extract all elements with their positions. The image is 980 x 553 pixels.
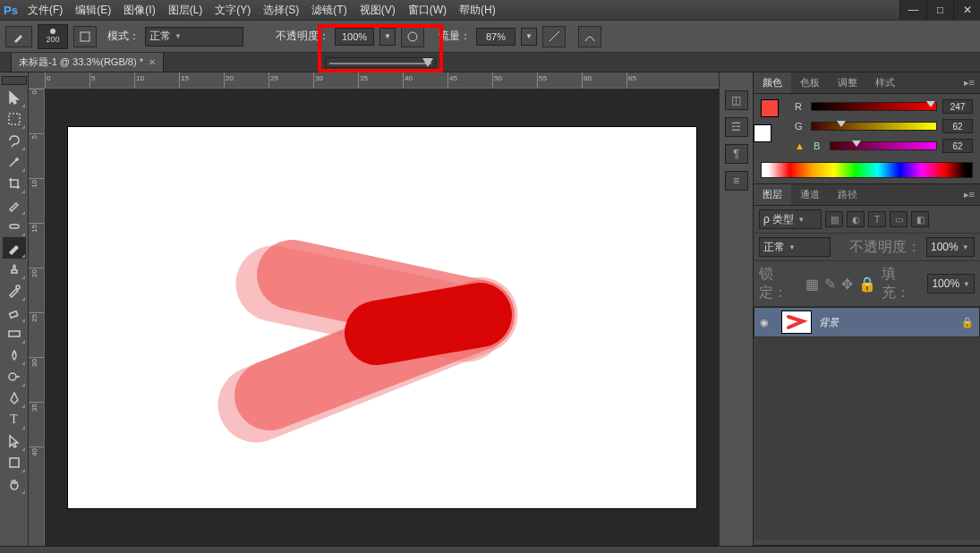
layer-opacity-label: 不透明度： (849, 238, 921, 257)
menu-layer[interactable]: 图层(L) (162, 0, 209, 20)
brush-preset-picker[interactable]: 200 (38, 24, 68, 49)
layer-row[interactable]: ◉ 背景 🔒 (754, 307, 980, 337)
lock-pixels-icon[interactable]: ✎ (824, 276, 836, 293)
eyedropper-tool[interactable] (3, 194, 26, 216)
crop-tool[interactable] (3, 173, 26, 194)
tab-styles[interactable]: 样式 (866, 72, 904, 93)
airbrush-toggle[interactable] (542, 26, 566, 47)
document-tab-bar: 未标题-1 @ 33.3%(RGB/8) * ✕ (0, 53, 980, 72)
dock-icon-paragraph[interactable]: ≡ (725, 171, 748, 191)
tab-paths[interactable]: 路径 (829, 184, 866, 205)
tablet-pressure-toggle[interactable] (578, 26, 601, 47)
type-tool[interactable]: T (3, 409, 26, 430)
move-tool[interactable] (3, 87, 26, 108)
color-spectrum[interactable] (761, 162, 973, 178)
airbrush-icon (548, 30, 560, 43)
menu-window[interactable]: 窗口(W) (402, 0, 453, 20)
lasso-tool[interactable] (3, 130, 26, 151)
magic-wand-tool[interactable] (3, 151, 26, 173)
filter-smart-icon[interactable]: ◧ (911, 211, 929, 227)
pen-tool[interactable] (3, 387, 26, 409)
flow-field[interactable] (476, 28, 516, 46)
layer-lock-icon[interactable]: 🔒 (961, 317, 974, 328)
layer-thumbnail[interactable] (781, 311, 812, 334)
filter-pixel-icon[interactable]: ▧ (825, 211, 843, 227)
tab-color[interactable]: 颜色 (754, 72, 791, 93)
ruler-vertical[interactable]: 0510152025303540 (29, 89, 45, 546)
b-value[interactable] (942, 139, 973, 153)
menu-file[interactable]: 文件(F) (21, 0, 69, 20)
menu-filter[interactable]: 滤镜(T) (305, 0, 353, 20)
opacity-dropdown[interactable]: ▼ (379, 28, 396, 46)
filter-adjust-icon[interactable]: ◐ (847, 211, 865, 227)
stamp-tool[interactable] (3, 259, 26, 280)
menu-view[interactable]: 视图(V) (354, 0, 402, 20)
ruler-horizontal[interactable]: 05101520253035404550556065 (29, 72, 719, 89)
layer-filter-kind[interactable]: ρ 类型▼ (759, 209, 822, 229)
shape-tool[interactable] (3, 452, 26, 473)
filter-shape-icon[interactable]: ▭ (890, 211, 908, 227)
opacity-pressure-toggle[interactable] (401, 26, 424, 47)
g-slider[interactable] (811, 122, 937, 131)
lock-transparent-icon[interactable]: ▦ (805, 276, 819, 293)
document-tab[interactable]: 未标题-1 @ 33.3%(RGB/8) * ✕ (11, 52, 164, 72)
gradient-tool[interactable] (3, 323, 26, 345)
menu-help[interactable]: 帮助(H) (453, 0, 502, 20)
eraser-tool[interactable] (3, 302, 26, 323)
foreground-swatch[interactable] (761, 99, 779, 117)
flow-label: 流量： (439, 29, 471, 44)
healing-tool[interactable] (3, 216, 26, 237)
app-logo: Ps (0, 0, 21, 20)
flow-dropdown[interactable]: ▼ (521, 28, 537, 46)
dodge-tool[interactable] (3, 366, 26, 387)
blur-tool[interactable] (3, 345, 26, 366)
history-brush-tool[interactable] (3, 280, 26, 302)
layer-blend-select[interactable]: 正常▼ (759, 237, 831, 257)
slider-thumb-icon[interactable] (422, 58, 433, 67)
menu-edit[interactable]: 编辑(E) (69, 0, 117, 20)
tab-adjustments[interactable]: 调整 (829, 72, 866, 93)
layers-panel-menu-icon[interactable]: ▸≡ (959, 189, 980, 200)
menu-type[interactable]: 文字(Y) (209, 0, 257, 20)
close-tab-icon[interactable]: ✕ (149, 57, 156, 67)
visibility-icon[interactable]: ◉ (760, 317, 774, 328)
window-minimize[interactable]: — (899, 0, 926, 20)
menu-image[interactable]: 图像(I) (117, 0, 161, 20)
window-close[interactable]: ✕ (953, 0, 980, 20)
document-canvas[interactable] (68, 127, 696, 508)
lock-all-icon[interactable]: 🔒 (858, 276, 876, 293)
layer-opacity-field[interactable]: 100%▼ (926, 237, 975, 257)
tab-channels[interactable]: 通道 (791, 184, 829, 205)
r-slider[interactable] (811, 102, 937, 111)
viewport[interactable] (45, 89, 719, 546)
svg-rect-6 (9, 331, 20, 336)
tab-swatches[interactable]: 色板 (791, 72, 829, 93)
dock-icon-character[interactable]: ¶ (725, 144, 748, 164)
dock-icon-properties[interactable]: ☲ (725, 117, 748, 137)
dock-icon-history[interactable]: ◫ (725, 90, 748, 110)
brush-tool[interactable] (3, 237, 26, 259)
hand-tool[interactable] (3, 473, 26, 495)
filter-type-icon[interactable]: T (868, 211, 886, 227)
r-value[interactable] (942, 99, 973, 114)
panel-menu-icon[interactable]: ▸≡ (959, 77, 980, 89)
tab-layers[interactable]: 图层 (754, 184, 791, 205)
lock-position-icon[interactable]: ✥ (841, 276, 853, 293)
brush-panel-toggle[interactable] (73, 26, 97, 47)
tool-preset-picker[interactable] (5, 26, 32, 47)
background-swatch[interactable] (754, 124, 771, 142)
layer-name[interactable]: 背景 (819, 316, 839, 329)
gamut-warning-icon[interactable]: ▲ (795, 140, 805, 151)
layer-fill-field[interactable]: 100%▼ (927, 274, 975, 294)
opacity-slider-popup[interactable] (325, 57, 436, 68)
window-maximize[interactable]: □ (926, 0, 953, 20)
b-slider[interactable] (830, 141, 937, 150)
opacity-field[interactable] (335, 28, 374, 46)
blend-mode-select[interactable]: 正常▼ (145, 27, 243, 47)
marquee-tool[interactable] (3, 108, 26, 130)
menu-select[interactable]: 选择(S) (257, 0, 305, 20)
toolbox-handle[interactable] (2, 76, 27, 85)
window-controls: — □ ✕ (899, 0, 980, 20)
g-value[interactable] (942, 119, 973, 133)
path-select-tool[interactable] (3, 430, 26, 452)
